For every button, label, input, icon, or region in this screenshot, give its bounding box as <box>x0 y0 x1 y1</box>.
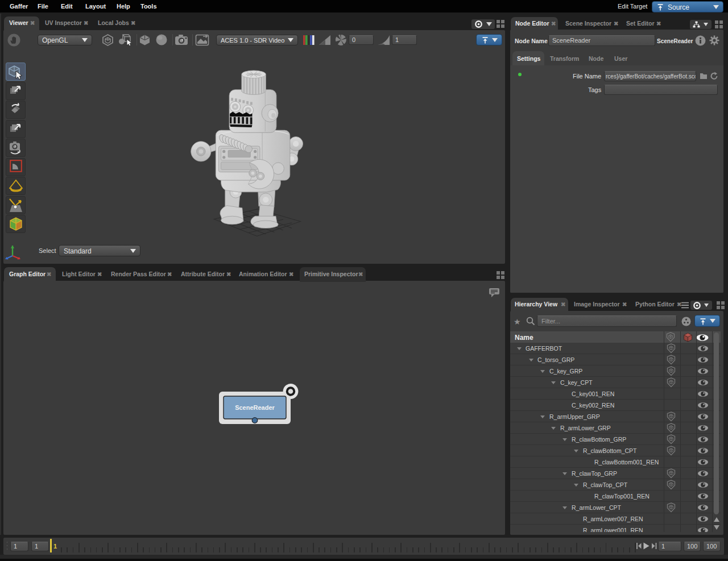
svg-text:SceneReader: SceneReader <box>235 404 275 411</box>
